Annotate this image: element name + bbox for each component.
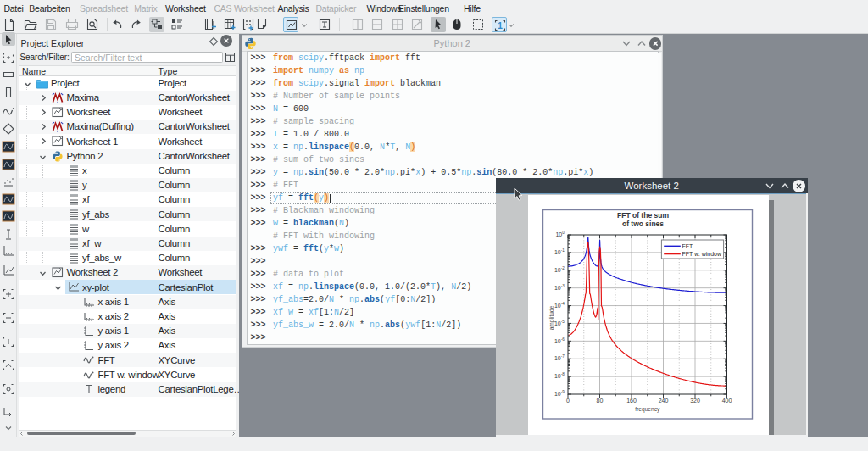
svg-text:10-1: 10-1 — [554, 248, 565, 255]
svg-text:10-5: 10-5 — [554, 319, 565, 326]
svg-text:240: 240 — [659, 398, 669, 404]
svg-text:160: 160 — [626, 398, 637, 404]
svg-text:FFT: FFT — [682, 243, 694, 249]
svg-text:amplitude: amplitude — [548, 305, 555, 330]
svg-text:100: 100 — [555, 231, 565, 237]
svg-text:10-3: 10-3 — [554, 283, 565, 290]
svg-text:10-7: 10-7 — [554, 354, 565, 361]
svg-text:1: 1 — [498, 21, 503, 31]
svg-text:10-2: 10-2 — [554, 265, 565, 272]
svg-text:400: 400 — [722, 398, 732, 404]
svg-text:10-6: 10-6 — [554, 337, 565, 343]
svg-text:10-8: 10-8 — [554, 372, 565, 379]
svg-text:of two sines: of two sines — [622, 219, 664, 227]
svg-text:frequency: frequency — [635, 405, 660, 412]
svg-text:320: 320 — [690, 398, 700, 404]
svg-text:FFT w. window: FFT w. window — [682, 251, 722, 257]
svg-text:10-9: 10-9 — [554, 390, 565, 397]
svg-text:0: 0 — [566, 398, 570, 404]
svg-text:80: 80 — [597, 398, 604, 404]
svg-text:10-4: 10-4 — [554, 301, 565, 308]
